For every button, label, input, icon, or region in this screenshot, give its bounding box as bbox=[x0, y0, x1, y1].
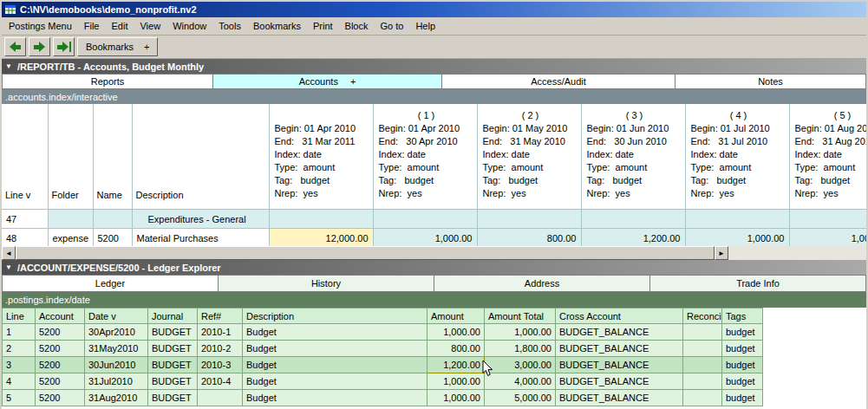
cell-value[interactable]: 1,000.00 bbox=[789, 229, 866, 247]
menu-file[interactable]: File bbox=[78, 17, 106, 35]
goto-button[interactable] bbox=[53, 37, 75, 56]
cell-value-highlighted[interactable]: 12,000.00 bbox=[269, 229, 373, 247]
cell-description[interactable]: Budget bbox=[243, 390, 427, 406]
cell-journal[interactable]: BUDGET bbox=[148, 341, 198, 357]
column-header-reconcile[interactable]: Reconcile bbox=[683, 308, 722, 324]
back-button[interactable] bbox=[4, 37, 26, 56]
cell-ref[interactable]: 2010-4 bbox=[198, 373, 243, 390]
cell-ref[interactable]: 2010-2 bbox=[198, 341, 243, 357]
cell-date[interactable]: 30Jun2010 bbox=[85, 357, 148, 373]
column-header-amount-total[interactable]: Amount Total bbox=[485, 308, 556, 324]
cell-value[interactable] bbox=[581, 210, 685, 229]
cell-value[interactable]: 1,000.00 bbox=[373, 229, 477, 247]
menu-tools[interactable]: Tools bbox=[212, 17, 247, 35]
column-header-tags[interactable]: Tags bbox=[722, 308, 763, 324]
menu-bookmarks[interactable]: Bookmarks bbox=[247, 17, 307, 35]
cell-cross-account[interactable]: BUDGET_BALANCE bbox=[556, 357, 683, 373]
column-header-line[interactable]: Line v bbox=[2, 104, 48, 210]
cell-account[interactable]: 5200 bbox=[36, 341, 85, 357]
column-header-amount[interactable]: Amount bbox=[427, 308, 485, 324]
column-header-description[interactable]: Description bbox=[243, 308, 427, 324]
menu-go-to[interactable]: Go to bbox=[375, 17, 410, 35]
column-header-journal[interactable]: Journal bbox=[148, 308, 198, 324]
cell-account[interactable]: 5200 bbox=[36, 373, 85, 390]
cell-description[interactable]: Budget bbox=[243, 341, 427, 357]
tab-trade-info[interactable]: Trade Info bbox=[650, 275, 866, 292]
menu-block[interactable]: Block bbox=[339, 17, 375, 35]
cell-cross-account[interactable]: BUDGET_BALANCE bbox=[556, 373, 683, 390]
cell-description[interactable]: Budget bbox=[243, 373, 427, 390]
scrollbar-thumb[interactable] bbox=[16, 246, 715, 260]
collapse-icon[interactable]: ▼ bbox=[5, 264, 12, 271]
cell-tags[interactable]: budget bbox=[722, 390, 763, 406]
column-header-cross-account[interactable]: Cross Account bbox=[556, 308, 683, 324]
cell-reconcile[interactable] bbox=[683, 373, 722, 390]
tab-notes[interactable]: Notes bbox=[675, 74, 866, 89]
cell-reconcile[interactable] bbox=[683, 324, 722, 341]
cell-line[interactable]: 3 bbox=[3, 357, 36, 373]
cell-account[interactable]: 5200 bbox=[36, 357, 85, 373]
cell-tags[interactable]: budget bbox=[722, 341, 763, 357]
cell-ref[interactable]: 2010-1 bbox=[198, 324, 243, 341]
cell-value[interactable] bbox=[685, 210, 789, 229]
period-column-header-3[interactable]: ( 3 ) Begin: 01 Jun 2010 End: 30 Jun 201… bbox=[581, 104, 685, 210]
cell-amount-total[interactable]: 5,000.00 bbox=[485, 390, 556, 406]
menu-help[interactable]: Help bbox=[409, 17, 441, 35]
collapse-icon[interactable]: ▼ bbox=[5, 63, 12, 70]
cell-line[interactable]: 1 bbox=[3, 324, 36, 341]
tab-ledger[interactable]: Ledger bbox=[2, 275, 219, 292]
cell-tags[interactable]: budget bbox=[722, 324, 763, 341]
cell-value[interactable] bbox=[269, 210, 373, 229]
column-header-line[interactable]: Line bbox=[3, 308, 36, 324]
tab-history[interactable]: History bbox=[219, 275, 434, 292]
cell-ref[interactable] bbox=[198, 390, 243, 406]
period-column-header-2[interactable]: ( 2 ) Begin: 01 May 2010 End: 31 May 201… bbox=[477, 104, 581, 210]
cell-journal[interactable]: BUDGET bbox=[148, 373, 198, 390]
tab-accounts[interactable]: Accounts+ bbox=[213, 74, 442, 89]
tab-address[interactable]: Address bbox=[434, 275, 650, 292]
cell-description[interactable]: Budget bbox=[243, 324, 427, 341]
cell-line[interactable]: 4 bbox=[3, 373, 36, 390]
cell-cross-account[interactable]: BUDGET_BALANCE bbox=[556, 390, 683, 406]
menu-window[interactable]: Window bbox=[166, 17, 212, 35]
cell-journal[interactable]: BUDGET bbox=[148, 324, 198, 341]
column-header-name[interactable]: Name bbox=[93, 104, 132, 210]
cell-value[interactable] bbox=[477, 210, 581, 229]
cell-value[interactable]: 800.00 bbox=[477, 229, 581, 247]
cell-reconcile[interactable] bbox=[683, 341, 722, 357]
scroll-right-button[interactable]: ► bbox=[715, 246, 728, 260]
cell-line[interactable]: 47 bbox=[2, 210, 48, 229]
cell-value[interactable] bbox=[789, 210, 866, 229]
cell-line[interactable]: 5 bbox=[3, 390, 36, 406]
cell-date[interactable]: 31Aug2010 bbox=[85, 390, 148, 406]
cell-amount-total[interactable]: 3,000.00 bbox=[485, 357, 556, 373]
cell-amount[interactable]: 1,000.00 bbox=[427, 373, 485, 390]
cell-line[interactable]: 48 bbox=[2, 229, 48, 247]
cell-line[interactable]: 2 bbox=[3, 341, 36, 357]
cell-journal[interactable]: BUDGET bbox=[148, 357, 198, 373]
scroll-left-button[interactable]: ◄ bbox=[2, 246, 16, 260]
cell-cross-account[interactable]: BUDGET_BALANCE bbox=[556, 324, 683, 341]
cell-name[interactable] bbox=[93, 210, 132, 229]
forward-button[interactable] bbox=[29, 37, 50, 56]
cell-date[interactable]: 31May2010 bbox=[85, 341, 148, 357]
column-header-folder[interactable]: Folder bbox=[48, 104, 93, 210]
cell-account[interactable]: 5200 bbox=[36, 324, 85, 341]
horizontal-scrollbar[interactable]: ◄ ► bbox=[2, 246, 866, 260]
cell-date[interactable]: 31Jul2010 bbox=[85, 373, 148, 390]
column-header-date[interactable]: Date v bbox=[85, 308, 148, 324]
period-column-header-year[interactable]: Begin: 01 Apr 2010 End: 31 Mar 2011 Inde… bbox=[269, 104, 373, 210]
column-header-description[interactable]: Description bbox=[132, 104, 269, 210]
menu-view[interactable]: View bbox=[134, 17, 166, 35]
cell-value[interactable] bbox=[373, 210, 477, 229]
cell-value[interactable]: 1,000.00 bbox=[685, 229, 789, 247]
report-section-header[interactable]: ▼ /REPORT/TB - Accounts, Budget Monthly bbox=[2, 59, 866, 74]
cell-amount[interactable]: 1,000.00 bbox=[427, 324, 485, 341]
tab-reports[interactable]: Reports bbox=[2, 74, 213, 89]
cell-description[interactable]: Material Purchases bbox=[132, 229, 269, 247]
cell-ref[interactable]: 2010-3 bbox=[198, 357, 243, 373]
menu-print[interactable]: Print bbox=[307, 17, 339, 35]
cell-reconcile[interactable] bbox=[683, 357, 722, 373]
cell-date[interactable]: 30Apr2010 bbox=[85, 324, 148, 341]
cell-amount-focused[interactable]: 1,200.00 bbox=[427, 357, 485, 373]
